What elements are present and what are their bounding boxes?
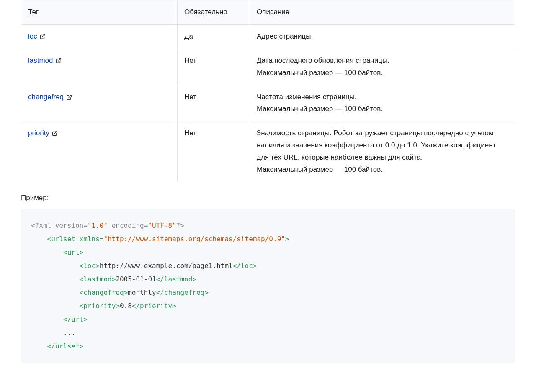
required-cell: Нет <box>178 85 250 121</box>
table-row: changefreqНетЧастота изменения страницы.… <box>21 85 515 121</box>
col-header-tag: Тег <box>21 0 178 25</box>
external-link-icon <box>52 130 58 136</box>
tag-link-loc[interactable]: loc <box>28 32 37 40</box>
table-row: priorityНетЗначимость страницы. Робот за… <box>21 121 515 182</box>
tag-link-lastmod[interactable]: lastmod <box>28 57 53 64</box>
col-header-required: Обязательно <box>178 0 250 25</box>
xml-example-code: <?xml version="1.0" encoding="UTF-8"?> <… <box>21 209 515 363</box>
table-row: locДаАдрес страницы. <box>21 24 515 49</box>
table-row: lastmodНетДата последнего обновления стр… <box>21 49 515 85</box>
required-cell: Да <box>178 24 250 49</box>
external-link-icon <box>40 34 46 39</box>
required-cell: Нет <box>178 49 250 85</box>
description-cell: Значимость страницы. Робот загружает стр… <box>250 121 515 182</box>
required-cell: Нет <box>178 121 250 182</box>
description-cell: Адрес страницы. <box>250 24 515 49</box>
description-cell: Дата последнего обновления страницы.Макс… <box>250 49 515 85</box>
example-heading: Пример: <box>21 194 515 202</box>
sitemap-tags-table: Тег Обязательно Описание locДаАдрес стра… <box>21 0 515 182</box>
col-header-desc: Описание <box>250 0 515 25</box>
description-cell: Частота изменения страницы.Максимальный … <box>250 85 515 121</box>
tag-link-priority[interactable]: priority <box>28 129 49 137</box>
external-link-icon <box>56 58 62 64</box>
tag-link-changefreq[interactable]: changefreq <box>28 93 64 101</box>
external-link-icon <box>66 94 72 100</box>
